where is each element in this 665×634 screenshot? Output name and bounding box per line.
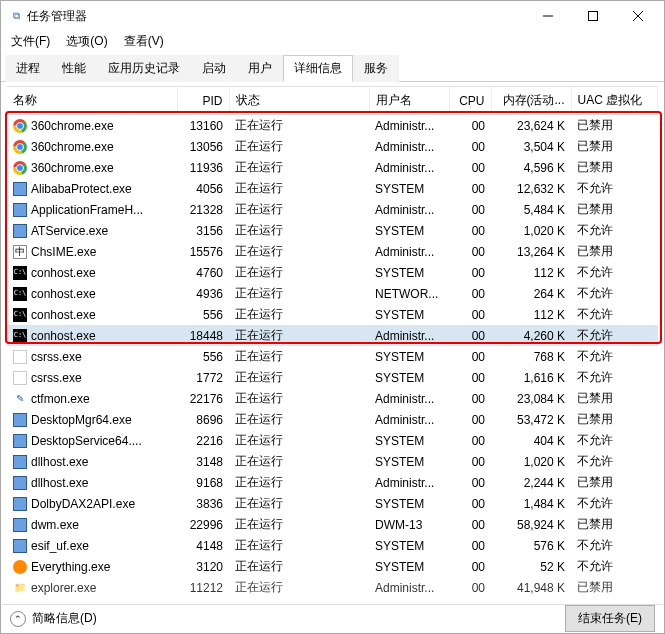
end-task-button[interactable]: 结束任务(E) [565, 605, 655, 632]
cell-pid: 3156 [177, 220, 229, 241]
maximize-icon [588, 11, 598, 21]
tab-5[interactable]: 详细信息 [283, 55, 353, 82]
close-button[interactable] [615, 1, 660, 31]
col-uac[interactable]: UAC 虚拟化 [571, 87, 658, 115]
cell-user: Administr... [369, 409, 449, 430]
process-name: csrss.exe [31, 371, 82, 385]
menu-view[interactable]: 查看(V) [118, 31, 170, 52]
process-name: Everything.exe [31, 560, 110, 574]
table-row[interactable]: dllhost.exe9168正在运行Administr...002,244 K… [7, 472, 658, 493]
chrome-icon [13, 140, 27, 154]
cell-memory: 768 K [491, 346, 571, 367]
cell-cpu: 00 [449, 199, 491, 220]
table-row[interactable]: DolbyDAX2API.exe3836正在运行SYSTEM001,484 K不… [7, 493, 658, 514]
cell-status: 正在运行 [229, 199, 369, 220]
process-name: DesktopService64.... [31, 434, 142, 448]
cell-uac: 不允许 [571, 178, 658, 199]
col-user[interactable]: 用户名 [369, 87, 449, 115]
cell-user: Administr... [369, 115, 449, 137]
table-row[interactable]: csrss.exe1772正在运行SYSTEM001,616 K不允许 [7, 367, 658, 388]
cell-memory: 1,020 K [491, 451, 571, 472]
cell-memory: 23,084 K [491, 388, 571, 409]
cell-name: 360chrome.exe [7, 136, 177, 157]
cmd-icon: C:\ [13, 266, 27, 280]
table-row[interactable]: ✎ctfmon.exe22176正在运行Administr...0023,084… [7, 388, 658, 409]
cell-status: 正在运行 [229, 157, 369, 178]
cell-uac: 不允许 [571, 451, 658, 472]
table-row[interactable]: C:\conhost.exe4936正在运行NETWOR...00264 K不允… [7, 283, 658, 304]
cell-pid: 18448 [177, 325, 229, 346]
table-body: 360chrome.exe13160正在运行Administr...0023,6… [7, 115, 658, 599]
table-row[interactable]: 360chrome.exe13056正在运行Administr...003,50… [7, 136, 658, 157]
table-row[interactable]: 360chrome.exe11936正在运行Administr...004,59… [7, 157, 658, 178]
cell-name: ✎ctfmon.exe [7, 388, 177, 409]
col-status[interactable]: 状态 [229, 87, 369, 115]
table-row[interactable]: C:\conhost.exe18448正在运行Administr...004,2… [7, 325, 658, 346]
cell-status: 正在运行 [229, 241, 369, 262]
cmd-icon: C:\ [13, 308, 27, 322]
cell-cpu: 00 [449, 262, 491, 283]
tab-4[interactable]: 用户 [237, 55, 283, 82]
table-row[interactable]: ATService.exe3156正在运行SYSTEM001,020 K不允许 [7, 220, 658, 241]
cell-pid: 15576 [177, 241, 229, 262]
cell-memory: 4,596 K [491, 157, 571, 178]
table-row[interactable]: 360chrome.exe13160正在运行Administr...0023,6… [7, 115, 658, 137]
col-name[interactable]: 名称 [7, 87, 177, 115]
fewer-details-toggle[interactable]: ⌃ [10, 611, 26, 627]
cell-name: AlibabaProtect.exe [7, 178, 177, 199]
tab-6[interactable]: 服务 [353, 55, 399, 82]
cell-name: 360chrome.exe [7, 157, 177, 178]
app-icon [13, 434, 27, 448]
table-row[interactable]: dwm.exe22996正在运行DWM-130058,924 K已禁用 [7, 514, 658, 535]
cell-memory: 58,924 K [491, 514, 571, 535]
cell-status: 正在运行 [229, 346, 369, 367]
cell-status: 正在运行 [229, 472, 369, 493]
col-cpu[interactable]: CPU [449, 87, 491, 115]
cell-pid: 556 [177, 346, 229, 367]
table-row[interactable]: dllhost.exe3148正在运行SYSTEM001,020 K不允许 [7, 451, 658, 472]
table-row[interactable]: C:\conhost.exe4760正在运行SYSTEM00112 K不允许 [7, 262, 658, 283]
table-row[interactable]: ApplicationFrameH...21328正在运行Administr..… [7, 199, 658, 220]
tab-2[interactable]: 应用历史记录 [97, 55, 191, 82]
table-row[interactable]: Everything.exe3120正在运行SYSTEM0052 K不允许 [7, 556, 658, 577]
table-row[interactable]: csrss.exe556正在运行SYSTEM00768 K不允许 [7, 346, 658, 367]
tab-3[interactable]: 启动 [191, 55, 237, 82]
cell-status: 正在运行 [229, 451, 369, 472]
cell-status: 正在运行 [229, 409, 369, 430]
cell-cpu: 00 [449, 220, 491, 241]
cell-user: Administr... [369, 136, 449, 157]
cell-cpu: 00 [449, 430, 491, 451]
menu-options[interactable]: 选项(O) [60, 31, 113, 52]
table-row[interactable]: esif_uf.exe4148正在运行SYSTEM00576 K不允许 [7, 535, 658, 556]
cell-user: SYSTEM [369, 220, 449, 241]
table-row[interactable]: C:\conhost.exe556正在运行SYSTEM00112 K不允许 [7, 304, 658, 325]
cell-user: Administr... [369, 325, 449, 346]
col-memory[interactable]: 内存(活动... [491, 87, 571, 115]
table-row[interactable]: DesktopService64....2216正在运行SYSTEM00404 … [7, 430, 658, 451]
tab-0[interactable]: 进程 [5, 55, 51, 82]
col-pid[interactable]: PID [177, 87, 229, 115]
cell-pid: 8696 [177, 409, 229, 430]
tab-1[interactable]: 性能 [51, 55, 97, 82]
maximize-button[interactable] [570, 1, 615, 31]
table-row[interactable]: DesktopMgr64.exe8696正在运行Administr...0053… [7, 409, 658, 430]
cell-memory: 112 K [491, 262, 571, 283]
cell-pid: 22996 [177, 514, 229, 535]
minimize-icon [543, 11, 553, 21]
title-bar: ⧉ 任务管理器 [1, 1, 664, 31]
cell-uac: 已禁用 [571, 514, 658, 535]
cell-cpu: 00 [449, 346, 491, 367]
status-bar: ⌃ 简略信息(D) 结束任务(E) [2, 604, 663, 632]
table-row[interactable]: 📁explorer.exe11212正在运行Administr...0041,9… [7, 577, 658, 598]
minimize-button[interactable] [525, 1, 570, 31]
cell-pid: 4056 [177, 178, 229, 199]
table-row[interactable]: AlibabaProtect.exe4056正在运行SYSTEM0012,632… [7, 178, 658, 199]
cell-cpu: 00 [449, 556, 491, 577]
cell-user: SYSTEM [369, 535, 449, 556]
fewer-details-label[interactable]: 简略信息(D) [32, 610, 97, 627]
cell-memory: 1,020 K [491, 220, 571, 241]
process-name: DesktopMgr64.exe [31, 413, 132, 427]
table-row[interactable]: 中ChsIME.exe15576正在运行Administr...0013,264… [7, 241, 658, 262]
cell-cpu: 00 [449, 472, 491, 493]
menu-file[interactable]: 文件(F) [5, 31, 56, 52]
